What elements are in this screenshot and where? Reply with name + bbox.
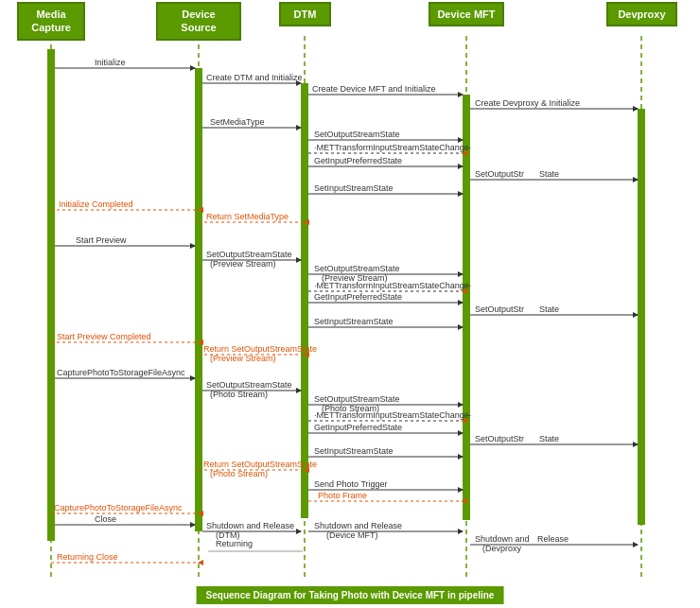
svg-text:(Preview Stream): (Preview Stream) <box>210 354 276 363</box>
svg-text:Photo Frame: Photo Frame <box>318 491 367 500</box>
svg-rect-6 <box>195 68 202 531</box>
actor-device-source: Device Source <box>156 2 241 41</box>
sequence-diagram-svg: Initialize Create DTM and Initialize Cre… <box>0 0 700 608</box>
svg-text:(Photo Stream): (Photo Stream) <box>210 469 268 478</box>
svg-text:CapturePhotoToStorageFileAsync: CapturePhotoToStorageFileAsync <box>57 368 185 377</box>
svg-text:Return SetMediaType: Return SetMediaType <box>206 212 289 221</box>
svg-rect-8 <box>463 95 470 520</box>
svg-text:Return SetOutputStreamState: Return SetOutputStreamState <box>203 344 317 354</box>
svg-text:Shutdown and: Shutdown and <box>475 534 530 544</box>
svg-text:SetOutputStreamState: SetOutputStreamState <box>206 250 292 259</box>
svg-text:(Preview Stream): (Preview Stream) <box>210 259 276 269</box>
svg-text:Create Device MFT and Initiali: Create Device MFT and Initialize <box>312 84 435 94</box>
svg-text:State: State <box>539 304 559 314</box>
svg-text:SetInputStreamState: SetInputStreamState <box>314 317 394 326</box>
svg-text:·METTransformInputStreamStateC: ·METTransformInputStreamStateChange· <box>314 410 471 420</box>
actor-device-mft: Device MFT <box>429 2 504 26</box>
svg-text:GetInputPreferredState: GetInputPreferredState <box>314 423 402 432</box>
svg-text:SetOutputStreamState: SetOutputStreamState <box>314 264 400 273</box>
svg-text:Close: Close <box>95 514 116 524</box>
svg-text:SetOutputStreamState: SetOutputStreamState <box>314 130 400 139</box>
svg-text:SetOutputStr: SetOutputStr <box>475 304 524 314</box>
svg-text:SetMediaType: SetMediaType <box>210 117 265 127</box>
svg-text:SetOutputStreamState: SetOutputStreamState <box>314 394 400 404</box>
svg-rect-9 <box>638 109 645 525</box>
svg-text:(Device MFT): (Device MFT) <box>326 530 378 540</box>
svg-text:State: State <box>539 169 559 179</box>
svg-text:Returning: Returning <box>216 539 253 548</box>
svg-text:·METTransformInputStreamStateC: ·METTransformInputStreamStateChange· <box>314 143 471 152</box>
actor-dtm: DTM <box>279 2 331 26</box>
svg-text:GetInputPreferredState: GetInputPreferredState <box>314 156 402 165</box>
svg-text:SetInputStreamState: SetInputStreamState <box>314 183 394 193</box>
svg-text:GetInputPreferredState: GetInputPreferredState <box>314 292 402 302</box>
svg-text:Returning Close: Returning Close <box>57 552 118 562</box>
svg-text:Start Preview Completed: Start Preview Completed <box>57 332 151 341</box>
svg-text:Initialize: Initialize <box>95 58 126 67</box>
svg-text:SetOutputStr: SetOutputStr <box>475 434 524 443</box>
svg-text:(Devproxy: (Devproxy <box>482 544 522 553</box>
svg-text:SetOutputStreamState: SetOutputStreamState <box>206 380 292 390</box>
svg-text:SetInputStreamState: SetInputStreamState <box>314 446 394 456</box>
svg-text:(Photo Stream): (Photo Stream) <box>210 390 268 399</box>
svg-rect-5 <box>47 49 55 541</box>
svg-text:·METTransformInputStreamStateC: ·METTransformInputStreamStateChange· <box>314 281 471 290</box>
actor-media-capture: Media Capture <box>17 2 85 41</box>
svg-text:Shutdown and Release: Shutdown and Release <box>206 521 294 530</box>
svg-rect-7 <box>301 83 308 518</box>
actor-devproxy: Devproxy <box>606 2 677 26</box>
svg-text:Create DTM and Initialize: Create DTM and Initialize <box>206 73 303 82</box>
svg-text:Start Preview: Start Preview <box>76 235 127 245</box>
svg-text:Initialize Completed: Initialize Completed <box>59 200 133 209</box>
diagram-container: Media Capture Device Source DTM Device M… <box>0 0 700 608</box>
svg-text:State: State <box>539 434 559 443</box>
svg-text:Return SetOutputStreamState: Return SetOutputStreamState <box>203 460 317 469</box>
svg-text:SetOutputStr: SetOutputStr <box>475 169 524 179</box>
svg-text:Send Photo Trigger: Send Photo Trigger <box>314 479 388 489</box>
svg-text:Create Devproxy & Initialize: Create Devproxy & Initialize <box>475 98 580 108</box>
svg-text:Release: Release <box>537 534 569 544</box>
svg-text:Shutdown and Release: Shutdown and Release <box>314 521 402 530</box>
svg-text:CapturePhotoToStorageFileAsync: CapturePhotoToStorageFileAsync <box>54 503 183 512</box>
